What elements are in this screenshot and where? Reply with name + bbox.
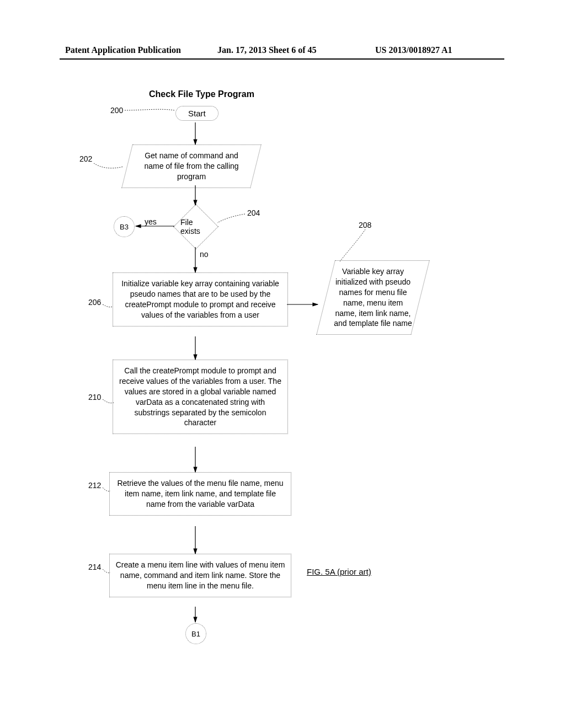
header-rule xyxy=(60,58,504,60)
annotation-208-text: Variable key array initialized with pseu… xyxy=(326,261,420,334)
decision-204-label: File exists xyxy=(180,211,211,242)
decision-204: File exists xyxy=(173,204,218,249)
process-210: Call the createPrompt module to prompt a… xyxy=(113,360,288,434)
process-210-text: Call the createPrompt module to prompt a… xyxy=(118,366,283,428)
flowchart-title: Check File Type Program xyxy=(149,89,254,99)
process-206-text: Initialize variable key array containing… xyxy=(118,279,283,320)
label-no: no xyxy=(200,249,209,260)
figure-caption: FIG. 5A (prior art) xyxy=(307,567,371,576)
connector-b3: B3 xyxy=(114,216,135,237)
process-212: Retrieve the values of the menu file nam… xyxy=(109,472,291,516)
refnum-214: 214 xyxy=(88,563,101,571)
refnum-206: 206 xyxy=(88,298,101,307)
terminator-start: Start xyxy=(175,106,218,121)
refnum-204: 204 xyxy=(247,208,260,217)
annotation-208: Variable key array initialized with pseu… xyxy=(316,260,430,335)
label-yes: yes xyxy=(145,217,157,227)
connector-b1: B1 xyxy=(185,623,206,644)
io-step-202: Get name of command and name of file fro… xyxy=(121,144,262,188)
refnum-200: 200 xyxy=(110,106,123,115)
process-206: Initialize variable key array containing… xyxy=(113,272,288,326)
refnum-212: 212 xyxy=(88,481,101,490)
header-left: Patent Application Publication xyxy=(65,45,181,55)
refnum-208: 208 xyxy=(359,221,371,229)
refnum-210: 210 xyxy=(88,393,101,402)
header-mid: Jan. 17, 2013 Sheet 6 of 45 xyxy=(217,45,317,55)
page-header: Patent Application Publication Jan. 17, … xyxy=(0,45,565,57)
header-right: US 2013/0018927 A1 xyxy=(375,45,452,55)
process-214-text: Create a menu item line with values of m… xyxy=(114,560,286,591)
refnum-202: 202 xyxy=(79,154,92,163)
process-212-text: Retrieve the values of the menu file nam… xyxy=(114,478,286,510)
io-step-202-text: Get name of command and name of file fro… xyxy=(127,145,255,188)
process-214: Create a menu item line with values of m… xyxy=(109,554,291,597)
